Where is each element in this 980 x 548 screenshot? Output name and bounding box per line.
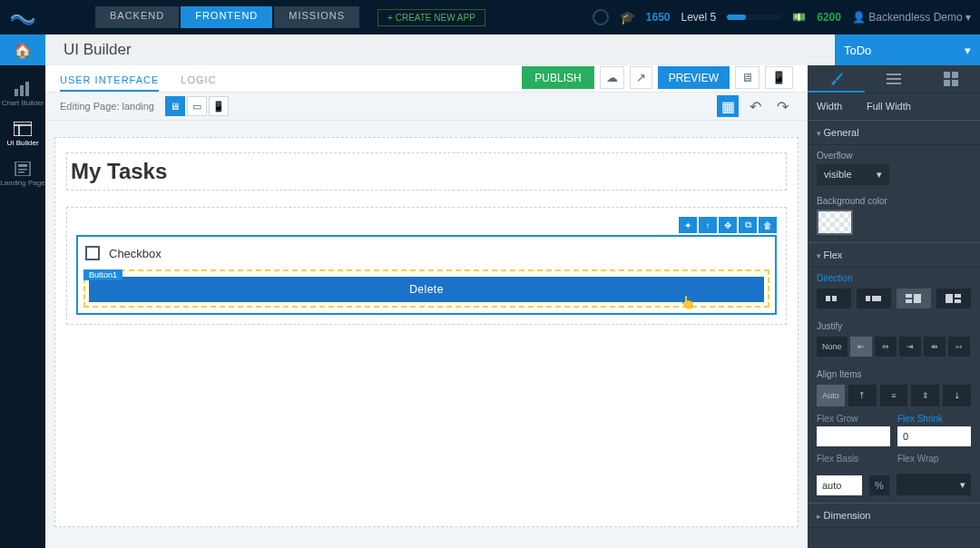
user-menu[interactable]: 👤 Backendless Demo ▾ — [852, 11, 971, 24]
flex-basis-unit[interactable]: % — [869, 475, 889, 495]
component-copy-icon[interactable]: ⧉ — [739, 217, 757, 233]
svg-rect-15 — [944, 80, 950, 86]
preview-desktop-button[interactable]: 🖥 — [735, 66, 760, 89]
device-tablet[interactable]: ▭ — [187, 96, 207, 116]
svg-rect-16 — [952, 80, 958, 86]
create-app-button[interactable]: + CREATE NEW APP — [377, 9, 485, 26]
justify-center[interactable]: ⇔ — [875, 337, 897, 357]
tab-logic[interactable]: LOGIC — [181, 74, 216, 92]
flex-wrap-select[interactable]: ▾ — [897, 474, 971, 495]
tab-missions[interactable]: MISSIONS — [274, 6, 359, 28]
home-button[interactable]: 🏠 — [0, 34, 45, 65]
nav-chart-label: Chart Builder — [2, 99, 44, 107]
redo-button[interactable]: ↷ — [771, 95, 793, 117]
width-value[interactable]: Full Width — [867, 101, 911, 112]
coin-value: 6200 — [817, 11, 841, 24]
justify-start[interactable]: ⇤ — [850, 337, 872, 357]
component-puzzle-icon[interactable]: ✦ — [679, 217, 697, 233]
direction-row[interactable] — [817, 289, 851, 308]
flex-basis-input[interactable] — [817, 475, 862, 495]
cloud-upload-button[interactable]: ☁ — [600, 66, 624, 89]
panel-tab-grid[interactable] — [923, 65, 980, 93]
editing-page-name: landing — [122, 101, 154, 112]
open-external-button[interactable]: ↗ — [630, 66, 652, 89]
overflow-label: Overflow — [808, 145, 980, 162]
tab-frontend[interactable]: FRONTEND — [181, 6, 272, 28]
flex-shrink-input[interactable] — [897, 426, 971, 446]
svg-rect-13 — [944, 72, 950, 78]
preview-button[interactable]: PREVIEW — [658, 66, 730, 89]
section-dimension[interactable]: Dimension — [808, 503, 980, 528]
grid-icon — [944, 72, 958, 86]
justify-between[interactable]: ⇹ — [924, 337, 946, 357]
direction-column-reverse[interactable] — [936, 289, 971, 308]
project-dropdown[interactable]: ToDo ▾ — [835, 34, 980, 65]
chevron-down-icon: ▾ — [960, 479, 965, 491]
svg-rect-26 — [955, 299, 961, 303]
justify-none[interactable]: None — [817, 337, 848, 357]
publish-button[interactable]: PUBLISH — [522, 66, 593, 89]
section-general[interactable]: General — [808, 120, 980, 145]
svg-rect-17 — [826, 296, 830, 301]
justify-around[interactable]: ⇿ — [948, 337, 970, 357]
component-delete-icon[interactable]: 🗑 — [759, 217, 777, 233]
svg-rect-19 — [866, 296, 870, 301]
component-up-icon[interactable]: ↑ — [699, 217, 717, 233]
flex-basis-label: Flex Basis — [817, 454, 890, 466]
level-label: Level 5 — [681, 11, 717, 24]
app-logo[interactable] — [0, 0, 45, 34]
tab-backend[interactable]: BACKEND — [95, 6, 179, 28]
notification-indicator[interactable] — [593, 9, 609, 25]
justify-end[interactable]: ⇥ — [899, 337, 921, 357]
device-phone[interactable]: 📱 — [209, 96, 229, 116]
button-container[interactable]: Button1 Delete 👆 — [83, 269, 769, 308]
component-move-icon[interactable]: ✥ — [719, 217, 737, 233]
editing-page-label: Editing Page: — [60, 101, 119, 112]
chevron-down-icon: ▾ — [877, 169, 882, 181]
svg-rect-9 — [18, 171, 24, 173]
brush-icon — [829, 71, 844, 85]
align-center[interactable]: ≡ — [880, 385, 908, 406]
direction-column[interactable] — [897, 289, 931, 308]
checkbox-input[interactable] — [85, 246, 100, 260]
selected-row-container[interactable]: Checkbox Button1 Delete 👆 — [76, 235, 777, 315]
selection-mode-button[interactable]: ▦ — [717, 95, 739, 117]
canvas-title[interactable]: My Tasks — [66, 152, 787, 191]
nav-ui-builder[interactable]: UI Builder — [0, 114, 45, 154]
nav-chart-builder[interactable]: Chart Builder — [0, 74, 45, 114]
width-label: Width — [817, 101, 867, 112]
undo-button[interactable]: ↶ — [744, 95, 766, 117]
panel-tab-list[interactable] — [865, 65, 922, 93]
align-stretch[interactable]: ⇕ — [911, 385, 939, 406]
svg-rect-18 — [832, 296, 837, 301]
flex-grow-input[interactable] — [817, 426, 890, 446]
level-progress-bar — [727, 15, 781, 20]
panel-tab-style[interactable] — [808, 65, 865, 93]
flex-grow-label: Flex Grow — [817, 414, 890, 426]
bg-color-swatch[interactable] — [817, 210, 853, 235]
delete-button[interactable]: Delete — [89, 277, 764, 302]
bg-color-label: Background color — [808, 191, 980, 208]
project-name: ToDo — [844, 44, 871, 57]
flex-wrap-label: Flex Wrap — [897, 454, 971, 466]
svg-rect-21 — [906, 294, 912, 298]
preview-mobile-button[interactable]: 📱 — [765, 66, 793, 89]
svg-rect-11 — [887, 78, 901, 80]
svg-rect-0 — [15, 89, 18, 96]
section-flex[interactable]: Flex — [808, 242, 980, 268]
device-desktop[interactable]: 🖥 — [165, 96, 185, 116]
overflow-value: visible — [824, 169, 852, 181]
align-start[interactable]: ⤒ — [848, 385, 877, 406]
svg-rect-25 — [955, 294, 961, 298]
svg-rect-23 — [914, 294, 921, 303]
svg-rect-20 — [872, 296, 881, 301]
align-auto[interactable]: Auto — [817, 385, 845, 406]
direction-row-reverse[interactable] — [857, 289, 891, 308]
overflow-select[interactable]: visible▾ — [817, 164, 889, 185]
align-end[interactable]: ⤓ — [943, 385, 971, 406]
list-icon — [887, 72, 901, 86]
svg-rect-24 — [946, 294, 953, 303]
flex-shrink-label: Flex Shrink — [897, 414, 971, 426]
tab-user-interface[interactable]: USER INTERFACE — [60, 74, 159, 92]
nav-landing-page[interactable]: Landing Page — [0, 154, 45, 194]
